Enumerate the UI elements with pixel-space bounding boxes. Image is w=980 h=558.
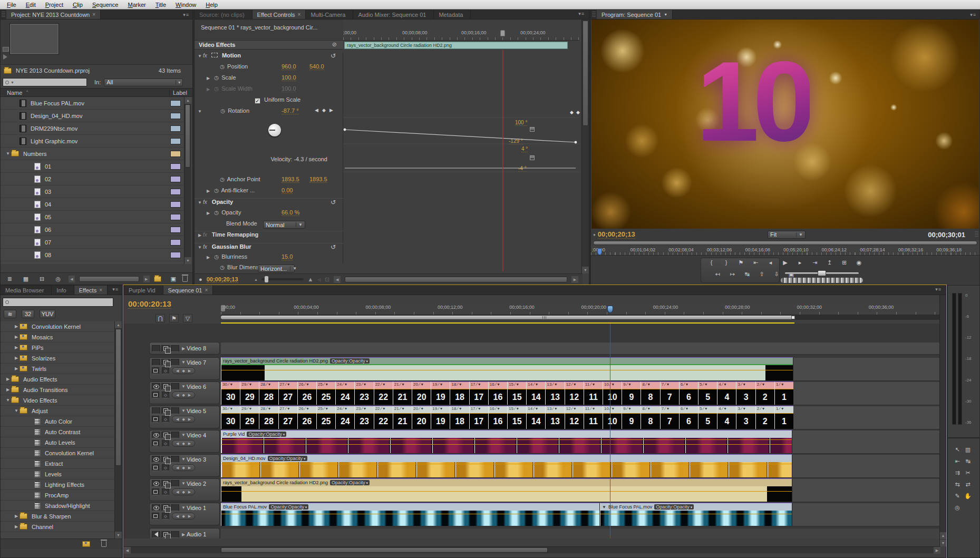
collapse-track-icon[interactable]: ▼ [180, 505, 187, 510]
effects-tree-row[interactable]: ▶ Audio Effects [1, 374, 114, 385]
stopwatch-icon[interactable]: ◷ [219, 265, 226, 270]
opacity-value[interactable]: 66.0 % [282, 209, 299, 216]
menu-item[interactable]: File [2, 0, 21, 9]
anchor-x-value[interactable]: 1893.5 [282, 176, 299, 183]
number-clip[interactable]: 29 ∕ ▾ 29 [240, 381, 259, 405]
show-keyframes-button[interactable]: ◇ [162, 513, 169, 520]
track-lock-toggle[interactable] [171, 456, 179, 463]
sync-lock-toggle[interactable] [161, 480, 170, 487]
slip-tool[interactable]: ⇆ [952, 478, 963, 490]
label-color-chip[interactable] [170, 151, 181, 157]
effects-tree-row[interactable]: Lighting Effects [1, 479, 114, 490]
menu-item[interactable]: Sequence [88, 0, 123, 9]
slide-tool[interactable]: ⇄ [963, 478, 973, 490]
scroll-left-icon[interactable]: ◀ [69, 276, 75, 282]
ec-zoom-slider[interactable] [261, 278, 304, 280]
number-clip[interactable]: 7 ∕ ▾ 7 [660, 381, 679, 405]
toggle-view-icon[interactable]: ⊡ [325, 276, 329, 283]
number-clip[interactable]: 24 ∕ ▾ 24 [335, 381, 354, 405]
effects-tree-row[interactable]: ProcAmp [1, 490, 114, 501]
project-item-row[interactable]: 09 [1, 261, 184, 264]
stopwatch-icon[interactable]: ◷ [219, 177, 226, 182]
zoom-in-icon[interactable]: ▲ [308, 276, 314, 282]
new-bin-button[interactable] [154, 276, 161, 282]
collapse-effects-icon[interactable]: ⊘ [332, 41, 337, 48]
step-forward-button[interactable]: ▸ [794, 258, 807, 267]
column-header-name[interactable]: Name [1, 90, 22, 96]
number-clip[interactable]: 16 ∕ ▾ 16 [488, 381, 507, 405]
search-input[interactable]: ▼ [3, 78, 87, 86]
toggle-track-audio[interactable] [152, 531, 160, 538]
play-in-to-out-button[interactable]: ↹ [741, 269, 753, 279]
number-clip[interactable]: 9 ∕ ▾ 9 [622, 406, 641, 429]
number-clip[interactable]: 14 ∕ ▾ 14 [526, 406, 545, 429]
mark-out-button[interactable]: } [720, 258, 733, 267]
number-clip[interactable]: 10 ∕ ▾ 10 [603, 406, 622, 429]
next-keyframe-icon[interactable]: ▶ [188, 417, 191, 422]
number-clip[interactable]: 17 ∕ ▾ 17 [469, 381, 488, 405]
stopwatch-icon[interactable]: ◷ [213, 210, 220, 216]
add-keyframe-icon[interactable]: ◆ [182, 490, 185, 494]
number-clip[interactable]: 20 ∕ ▾ 20 [412, 381, 431, 405]
zoom-level-select[interactable]: Fit▼ [768, 231, 806, 239]
show-keyframes-button[interactable]: ◇ [162, 367, 169, 374]
bit-depth-filter[interactable]: 32 [22, 310, 34, 318]
number-clip[interactable]: 27 ∕ ▾ 27 [278, 381, 297, 405]
project-item-row[interactable]: Light Graphic.mov [1, 135, 184, 148]
sequence-tab[interactable]: Sequence 01× [163, 286, 214, 295]
icon-view-button[interactable]: ▦ [20, 274, 32, 283]
collapse-track-icon[interactable]: ▼ [180, 360, 187, 365]
clip-rays-v7[interactable]: rays_vector_background Circle radiation … [221, 357, 793, 380]
ec-graph-area[interactable] [343, 50, 579, 275]
sync-lock-toggle[interactable] [161, 456, 170, 463]
scale-value[interactable]: 100.0 [282, 74, 296, 81]
effects-tree-row[interactable]: ▶ Channel [1, 522, 114, 532]
number-clip[interactable]: 15 ∕ ▾ 15 [507, 406, 526, 429]
rotation-dial[interactable] [268, 124, 281, 136]
prev-keyframe-icon[interactable]: ◀ [176, 417, 179, 422]
scroll-right-icon[interactable]: ▶ [571, 276, 578, 283]
number-clip[interactable]: 4 ∕ ▾ 4 [717, 406, 736, 429]
stopwatch-icon[interactable]: ◷ [219, 108, 226, 114]
number-clip[interactable]: 26 ∕ ▾ 26 [297, 406, 316, 429]
number-clip[interactable]: 21 ∕ ▾ 21 [393, 406, 412, 429]
effects-tree-row[interactable]: ▶ Blur & Sharpen [1, 511, 114, 522]
project-item-row[interactable]: ▼ Numbers [1, 148, 184, 160]
stopwatch-icon[interactable]: ◷ [213, 188, 220, 193]
anti-flicker-value[interactable]: 0.00 [282, 187, 293, 194]
project-item-row[interactable]: 05 [1, 211, 184, 223]
number-clip[interactable]: 1 ∕ ▾ 1 [774, 381, 793, 405]
sync-lock-toggle[interactable] [161, 504, 170, 511]
add-keyframe-icon[interactable]: ◆ [182, 393, 185, 397]
program-playhead[interactable] [597, 248, 602, 255]
add-keyframe-icon[interactable]: ◆ [182, 442, 185, 446]
selection-tool[interactable]: ↖ [952, 444, 963, 455]
keyframe-icon[interactable]: ◆ [576, 110, 580, 115]
find-button[interactable]: ◎ [52, 274, 64, 283]
keyframe-navigator[interactable]: ◀◆▶ [172, 488, 195, 495]
collapse-track-icon[interactable]: ▼ [180, 481, 187, 486]
number-clip[interactable]: 21 ∕ ▾ 21 [393, 381, 412, 405]
prev-keyframe-icon[interactable]: ◀ [315, 107, 318, 113]
label-color-chip[interactable] [170, 163, 181, 170]
go-to-out-button[interactable]: ⇥ [809, 258, 821, 267]
prev-keyframe-icon[interactable]: ◀ [176, 393, 179, 397]
number-clip[interactable]: 18 ∕ ▾ 18 [450, 406, 469, 429]
track-lock-toggle[interactable] [171, 345, 179, 352]
add-marker-button[interactable]: ⚑ [735, 258, 748, 267]
number-clip[interactable]: 26 ∕ ▾ 26 [297, 381, 316, 405]
lift-button[interactable]: ⇧ [755, 269, 768, 279]
number-clip[interactable]: 20 ∕ ▾ 20 [412, 406, 431, 429]
label-color-chip[interactable] [170, 227, 181, 233]
add-keyframe-icon[interactable]: ◆ [182, 369, 185, 373]
clip-blue-focus-1[interactable]: Blue Focus PAL.mov Opacity:Opacity [221, 503, 600, 526]
panel-tab[interactable]: Metadata [434, 10, 471, 19]
set-encore-chapter-marker-button[interactable]: ⚑ [169, 314, 179, 322]
set-display-style-button[interactable] [152, 513, 159, 520]
project-item-row[interactable]: 02 [1, 173, 184, 185]
zoom-out-icon[interactable]: ▴ [255, 277, 257, 282]
reset-icon[interactable]: ↺ [331, 199, 336, 206]
clip-effect-badge[interactable]: Opacity:Opacity [330, 358, 370, 364]
number-clip[interactable]: 5 ∕ ▾ 5 [698, 381, 717, 405]
ec-hscroll[interactable] [345, 277, 567, 282]
